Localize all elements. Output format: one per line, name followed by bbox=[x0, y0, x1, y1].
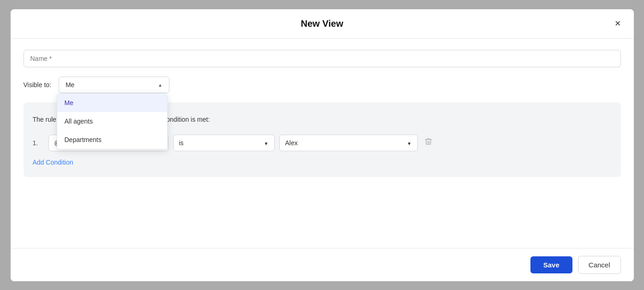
condition-number: 1. bbox=[33, 139, 44, 147]
modal-header: New View × bbox=[11, 9, 634, 39]
save-button[interactable]: Save bbox=[530, 256, 572, 273]
visible-to-row: Visible to: Me Me All agents Departments bbox=[24, 77, 621, 93]
delete-condition-button[interactable] bbox=[422, 136, 434, 150]
close-button[interactable]: × bbox=[613, 17, 623, 30]
chevron-down-icon bbox=[264, 139, 269, 147]
cancel-button[interactable]: Cancel bbox=[578, 256, 621, 274]
trash-icon bbox=[424, 137, 433, 146]
name-input[interactable] bbox=[24, 50, 621, 67]
chevron-down-icon bbox=[407, 139, 412, 147]
modal-overlay: New View × Visible to: Me Me All agents … bbox=[0, 0, 644, 290]
condition-operator-value: is bbox=[179, 139, 184, 147]
visible-to-menu: Me All agents Departments bbox=[57, 93, 168, 149]
dropdown-item-me[interactable]: Me bbox=[57, 94, 167, 112]
modal: New View × Visible to: Me Me All agents … bbox=[11, 9, 634, 281]
modal-body: Visible to: Me Me All agents Departments… bbox=[11, 39, 634, 248]
dropdown-item-all-agents[interactable]: All agents bbox=[57, 112, 167, 130]
modal-footer: Save Cancel bbox=[11, 248, 634, 281]
condition-value-dropdown[interactable]: Alex bbox=[279, 135, 418, 151]
add-condition-button[interactable]: Add Condition bbox=[33, 157, 73, 168]
chevron-up-icon bbox=[158, 82, 163, 88]
modal-title: New View bbox=[301, 18, 343, 29]
dropdown-item-departments[interactable]: Departments bbox=[57, 130, 167, 149]
condition-value-text: Alex bbox=[285, 139, 298, 147]
visible-to-label: Visible to: bbox=[24, 81, 51, 89]
condition-operator-dropdown[interactable]: is bbox=[173, 135, 275, 151]
visible-to-dropdown[interactable]: Me bbox=[59, 77, 169, 93]
visible-to-value: Me bbox=[66, 81, 74, 89]
